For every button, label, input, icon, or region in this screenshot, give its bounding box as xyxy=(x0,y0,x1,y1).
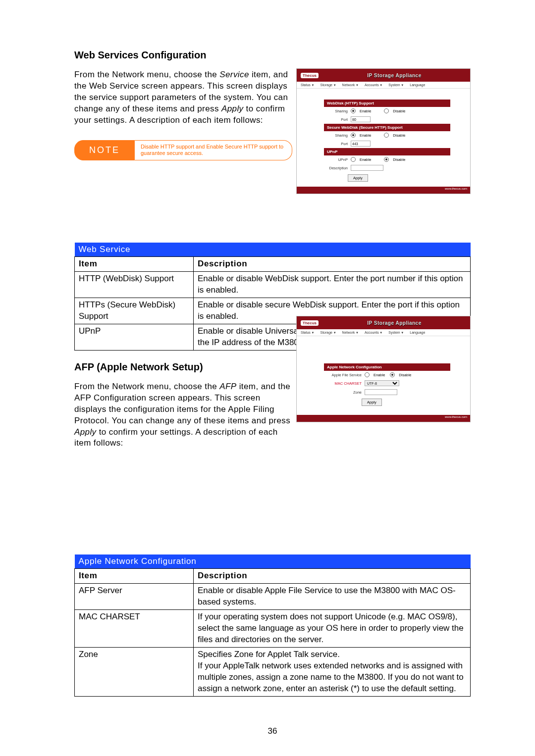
radio-http-enable[interactable] xyxy=(351,108,356,113)
radio-https-enable[interactable] xyxy=(351,133,356,138)
note-text: Disable HTTP support and Enable Secure H… xyxy=(135,140,292,161)
menu-status2[interactable]: Status xyxy=(301,331,314,334)
label-port2: Port xyxy=(327,142,348,146)
label-mac-charset: MAC CHARSET xyxy=(327,381,362,386)
panel-upnp: UPnP xyxy=(324,148,450,155)
menu-system[interactable]: System xyxy=(388,83,404,87)
table1-banner: Web Service xyxy=(75,243,471,257)
panel-webdisk-http: WebDisk (HTTP) Support xyxy=(324,100,450,107)
input-zone[interactable] xyxy=(365,389,397,395)
menu-network[interactable]: Network xyxy=(342,83,359,87)
label-afs: Apple File Service xyxy=(327,373,362,377)
table2-header-item: Item xyxy=(75,569,194,584)
label-enable2: Enable xyxy=(360,133,371,138)
screenshot-afp: Thecus IP Storage Appliance Status Stora… xyxy=(296,316,471,422)
menubar: Status Storage Network Accounts System L… xyxy=(297,82,470,89)
screenshot-footer: www.thecus.com xyxy=(297,187,470,194)
apply-button2[interactable]: Apply xyxy=(362,399,382,406)
menubar2: Status Storage Network Accounts System L… xyxy=(297,329,470,336)
screenshot-footer2: www.thecus.com xyxy=(297,415,470,422)
note-label: NOTE xyxy=(74,140,135,161)
label-enable4: Enable xyxy=(374,373,385,377)
panel-afp: Apple Network Configuration xyxy=(324,363,450,371)
radio-upnp-enable[interactable] xyxy=(351,157,356,162)
apply-button[interactable]: Apply xyxy=(348,174,368,182)
table1-row2-item: UPnP xyxy=(75,324,194,350)
menu-status[interactable]: Status xyxy=(301,83,314,87)
label-disable3: Disable xyxy=(393,157,405,162)
label-zone: Zone xyxy=(327,390,362,395)
label-disable2: Disable xyxy=(393,133,405,138)
table1-header-item: Item xyxy=(75,257,194,272)
label-disable: Disable xyxy=(393,109,405,113)
radio-http-disable[interactable] xyxy=(384,108,389,113)
appliance-title: IP Storage Appliance xyxy=(322,73,466,78)
logo: Thecus xyxy=(301,73,319,78)
radio-afs-enable[interactable] xyxy=(365,372,370,377)
menu-language2[interactable]: Language xyxy=(410,331,425,334)
table2-row2-item: Zone xyxy=(75,648,194,697)
menu-accounts2[interactable]: Accounts xyxy=(365,331,382,334)
table1-row1-item: HTTPs (Secure WebDisk) Support xyxy=(75,298,194,324)
label-disable4: Disable xyxy=(399,373,411,377)
input-http-port[interactable] xyxy=(351,116,371,122)
table1-row0-desc: Enable or disable WebDisk support. Enter… xyxy=(194,272,471,298)
label-enable3: Enable xyxy=(360,157,371,162)
menu-system2[interactable]: System xyxy=(388,331,404,334)
page-number: 36 xyxy=(74,726,471,736)
menu-storage[interactable]: Storage xyxy=(320,83,336,87)
table2-row2-desc: Specifies Zone for Applet Talk service. … xyxy=(194,648,471,697)
section-heading-web-services: Web Services Configuration xyxy=(74,50,471,61)
logo2: Thecus xyxy=(301,320,319,326)
apple-network-table: Apple Network Configuration Item Descrip… xyxy=(74,554,471,696)
section2-paragraph: From the Network menu, choose the AFP it… xyxy=(74,381,292,450)
radio-afs-disable[interactable] xyxy=(390,372,395,377)
table2-header-desc: Description xyxy=(194,569,471,584)
menu-network2[interactable]: Network xyxy=(342,331,359,334)
select-mac-charset[interactable]: UTF-8 xyxy=(365,380,399,386)
table1-row0-item: HTTP (WebDisk) Support xyxy=(75,272,194,298)
table2-banner: Apple Network Configuration xyxy=(75,554,471,569)
label-description: Description xyxy=(327,166,348,170)
screenshot-web-service: Thecus IP Storage Appliance Status Stora… xyxy=(296,68,471,194)
table2-row0-desc: Enable or disable Apple File Service to … xyxy=(194,584,471,610)
appliance-title2: IP Storage Appliance xyxy=(322,320,466,326)
input-https-port[interactable] xyxy=(351,141,371,147)
label-sharing: Sharing xyxy=(327,109,348,113)
label-upnp: UPnP xyxy=(327,157,348,162)
menu-accounts[interactable]: Accounts xyxy=(365,83,382,87)
table1-header-desc: Description xyxy=(194,257,471,272)
table2-row1-desc: If your operating system does not suppor… xyxy=(194,610,471,648)
label-sharing2: Sharing xyxy=(327,133,348,138)
panel-webdisk-https: Secure WebDisk (Secure HTTP) Support xyxy=(324,124,450,131)
label-port: Port xyxy=(327,117,348,122)
menu-language[interactable]: Language xyxy=(410,83,425,87)
radio-upnp-disable[interactable] xyxy=(384,157,389,162)
radio-https-disable[interactable] xyxy=(384,133,389,138)
menu-storage2[interactable]: Storage xyxy=(320,331,336,334)
section1-paragraph: From the Network menu, choose the Servic… xyxy=(74,69,292,126)
input-upnp-description[interactable] xyxy=(351,165,383,171)
table2-row1-item: MAC CHARSET xyxy=(75,610,194,648)
table2-row0-item: AFP Server xyxy=(75,584,194,610)
label-enable: Enable xyxy=(360,109,371,113)
note-callout: NOTE Disable HTTP support and Enable Sec… xyxy=(74,140,292,161)
